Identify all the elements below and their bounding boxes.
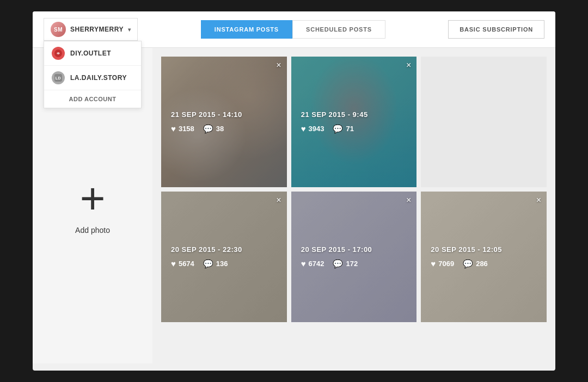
post-stats-1: ♥ 3158 💬 38 — [171, 124, 224, 134]
comment-icon-4: 💬 — [333, 259, 343, 269]
post-stats-4: ♥ 6742 💬 172 — [301, 259, 358, 269]
post-date-4: 20 SEP 2015 - 17:00 — [301, 245, 372, 254]
close-button-3[interactable]: × — [276, 196, 281, 205]
post-card-5[interactable]: 20 SEP 2015 - 12:05 ♥ 7069 💬 286 × — [421, 192, 547, 322]
post-likes-count-5: 7069 — [438, 260, 454, 268]
account-name-label: SHERRYMERRY — [70, 26, 124, 33]
post-overlay-1: 21 SEP 2015 - 14:10 ♥ 3158 💬 38 — [161, 57, 287, 187]
post-likes-count-4: 6742 — [309, 260, 324, 268]
post-comments-count-5: 286 — [476, 260, 488, 268]
post-date-5: 20 SEP 2015 - 12:05 — [431, 245, 502, 254]
post-card-4[interactable]: 20 SEP 2015 - 17:00 ♥ 6742 💬 172 × — [291, 192, 417, 322]
post-likes-4: ♥ 6742 — [301, 259, 324, 268]
svg-text:LD: LD — [56, 76, 61, 80]
avatar: SM — [51, 22, 66, 37]
account-button[interactable]: SM SHERRYMERRY ▾ — [44, 18, 138, 41]
post-stats-5: ♥ 7069 💬 286 — [431, 259, 488, 269]
diy-account-name: DIY.OUTLET — [70, 50, 111, 57]
post-card-3[interactable]: 20 SEP 2015 - 22:30 ♥ 5674 💬 136 × — [161, 192, 287, 322]
post-likes-count-3: 5674 — [179, 260, 194, 268]
posts-grid: 21 SEP 2015 - 14:10 ♥ 3158 💬 38 × — [152, 48, 555, 363]
dropdown-item-la[interactable]: LD LA.DAILY.STORY — [44, 66, 141, 90]
post-likes-5: ♥ 7069 — [431, 259, 454, 268]
post-overlay-3: 20 SEP 2015 - 22:30 ♥ 5674 💬 136 — [161, 192, 287, 322]
account-selector: SM SHERRYMERRY ▾ DIY.OUTLET LD LA.DAI — [44, 18, 138, 41]
post-comments-count-2: 71 — [346, 125, 353, 133]
post-comments-4: 💬 172 — [333, 259, 358, 269]
comment-icon-1: 💬 — [203, 124, 213, 134]
plus-icon: + — [80, 177, 106, 220]
avatar-image: SM — [51, 22, 66, 37]
close-button-1[interactable]: × — [276, 61, 281, 70]
tab-group: INSTAGRAM POSTS SCHEDULED POSTS — [201, 20, 385, 39]
post-comments-count-3: 136 — [216, 260, 228, 268]
account-dropdown: DIY.OUTLET LD LA.DAILY.STORY ADD ACCOUNT — [44, 41, 142, 108]
post-date-3: 20 SEP 2015 - 22:30 — [171, 245, 242, 254]
post-likes-2: ♥ 3943 — [301, 124, 324, 133]
close-button-4[interactable]: × — [406, 196, 411, 205]
post-date-1: 21 SEP 2015 - 14:10 — [171, 110, 242, 119]
post-card-1[interactable]: 21 SEP 2015 - 14:10 ♥ 3158 💬 38 × — [161, 57, 287, 187]
post-likes-1: ♥ 3158 — [171, 124, 194, 133]
post-comments-3: 💬 136 — [203, 259, 228, 269]
heart-icon-2: ♥ — [301, 124, 306, 133]
subscription-button[interactable]: BASIC SUBSCRIPTION — [448, 20, 544, 39]
post-date-2: 21 SEP 2015 - 9:45 — [301, 110, 368, 119]
app-window: SM SHERRYMERRY ▾ DIY.OUTLET LD LA.DAI — [33, 11, 555, 371]
close-button-5[interactable]: × — [536, 196, 541, 205]
post-comments-5: 💬 286 — [463, 259, 488, 269]
tab-scheduled-posts[interactable]: SCHEDULED POSTS — [292, 20, 385, 39]
heart-icon-3: ♥ — [171, 259, 176, 268]
dropdown-item-diy[interactable]: DIY.OUTLET — [44, 41, 141, 66]
comment-icon-3: 💬 — [203, 259, 213, 269]
add-photo-area[interactable]: + Add photo — [75, 177, 110, 235]
post-stats-3: ♥ 5674 💬 136 — [171, 259, 228, 269]
heart-icon-5: ♥ — [431, 259, 436, 268]
chevron-down-icon: ▾ — [128, 27, 131, 33]
add-account-button[interactable]: ADD ACCOUNT — [44, 90, 141, 108]
la-avatar: LD — [52, 71, 65, 84]
post-overlay-4: 20 SEP 2015 - 17:00 ♥ 6742 💬 172 — [291, 192, 417, 322]
la-account-name: LA.DAILY.STORY — [70, 74, 127, 82]
comment-icon-5: 💬 — [463, 259, 473, 269]
post-overlay-5: 20 SEP 2015 - 12:05 ♥ 7069 💬 286 — [421, 192, 547, 322]
empty-slot — [421, 57, 547, 187]
diy-avatar — [52, 47, 65, 60]
post-likes-3: ♥ 5674 — [171, 259, 194, 268]
heart-icon-4: ♥ — [301, 259, 306, 268]
top-bar: SM SHERRYMERRY ▾ DIY.OUTLET LD LA.DAI — [33, 11, 555, 48]
post-comments-count-4: 172 — [346, 260, 358, 268]
post-likes-count-2: 3943 — [309, 125, 324, 133]
tab-instagram-posts[interactable]: INSTAGRAM POSTS — [201, 20, 292, 39]
post-likes-count-1: 3158 — [179, 125, 194, 133]
post-overlay-2: 21 SEP 2015 - 9:45 ♥ 3943 💬 71 — [291, 57, 417, 187]
heart-icon-1: ♥ — [171, 124, 176, 133]
comment-icon-2: 💬 — [333, 124, 343, 134]
post-card-2[interactable]: 21 SEP 2015 - 9:45 ♥ 3943 💬 71 × — [291, 57, 417, 187]
close-button-2[interactable]: × — [406, 61, 411, 70]
post-comments-2: 💬 71 — [333, 124, 353, 134]
post-comments-1: 💬 38 — [203, 124, 224, 134]
add-photo-label: Add photo — [75, 226, 110, 235]
post-comments-count-1: 38 — [216, 125, 224, 133]
post-stats-2: ♥ 3943 💬 71 — [301, 124, 354, 134]
